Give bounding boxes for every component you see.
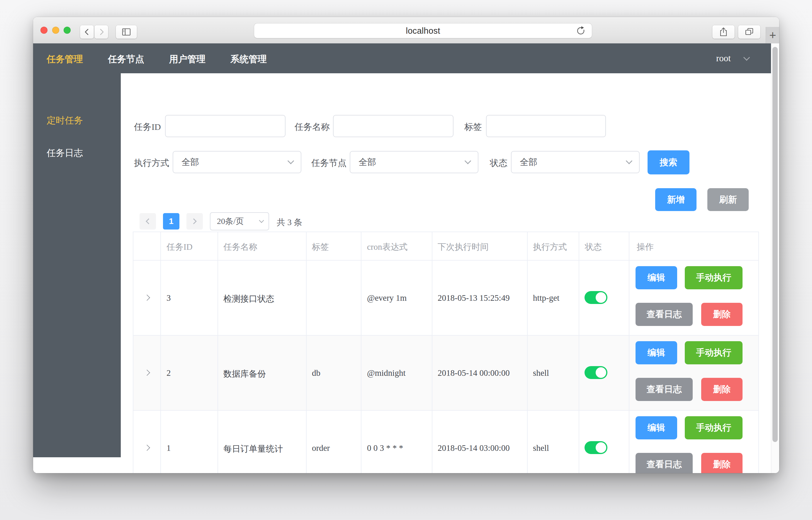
page-size-value: 20条/页 — [217, 216, 244, 227]
view-log-button[interactable]: 查看日志 — [635, 303, 693, 326]
refresh-button[interactable]: 刷新 — [707, 188, 749, 211]
delete-button[interactable]: 删除 — [701, 453, 742, 473]
url-text: localhost — [406, 26, 440, 36]
delete-button[interactable]: 删除 — [701, 303, 742, 326]
status-toggle[interactable] — [584, 291, 607, 304]
toggle-knob — [596, 367, 606, 378]
prev-page-button[interactable] — [139, 213, 156, 230]
edit-button[interactable]: 编辑 — [635, 416, 677, 439]
run-button[interactable]: 手动执行 — [685, 416, 742, 439]
table-line — [527, 232, 528, 473]
reload-button[interactable] — [576, 26, 586, 37]
status-select-value: 全部 — [520, 156, 537, 168]
cell-next-time: 2018-05-13 15:25:49 — [438, 293, 510, 303]
minimize-window-button[interactable] — [52, 27, 59, 34]
page-number-button[interactable]: 1 — [163, 213, 179, 230]
cell-task-name: 检测接口状态 — [224, 293, 274, 305]
cell-next-time: 2018-05-14 00:00:00 — [438, 368, 510, 378]
address-bar[interactable]: localhost — [254, 23, 592, 38]
edit-button[interactable]: 编辑 — [635, 266, 677, 289]
nav-item-task-nodes[interactable]: 任务节点 — [108, 53, 144, 63]
table-line — [133, 260, 759, 261]
cell-task-id: 3 — [166, 293, 171, 303]
nav-item-system-management[interactable]: 系统管理 — [230, 53, 267, 63]
chevron-right-icon — [98, 28, 105, 36]
chevron-down-icon — [626, 158, 633, 164]
table-line — [306, 232, 307, 473]
chevron-down-icon — [288, 158, 294, 164]
view-log-button[interactable]: 查看日志 — [635, 453, 693, 473]
sidebar-item-scheduled-tasks[interactable]: 定时任务 — [47, 114, 83, 125]
zoom-window-button[interactable] — [63, 27, 71, 34]
scrollbar-thumb[interactable] — [772, 47, 778, 442]
cell-cron: 0 0 3 * * * — [367, 443, 403, 453]
share-button[interactable] — [712, 25, 735, 39]
scrollbar-track[interactable] — [771, 43, 779, 473]
table-line — [432, 232, 433, 473]
user-menu[interactable]: root — [716, 53, 749, 63]
cell-task-id: 1 — [166, 443, 171, 453]
header-protocol: 执行方式 — [533, 241, 567, 253]
header-task-name: 任务名称 — [224, 241, 257, 253]
cell-next-time: 2018-05-14 03:00:00 — [438, 443, 510, 453]
table-line — [629, 232, 629, 473]
search-button[interactable]: 搜索 — [648, 150, 689, 175]
task-id-input[interactable] — [165, 115, 286, 137]
sidebar-toggle-button[interactable] — [116, 25, 137, 39]
status-select[interactable]: 全部 — [511, 151, 639, 173]
tasks-table: 任务ID 任务名称 标签 cron表达式 下次执行时间 执行方式 状态 操作 3… — [133, 232, 759, 473]
nav-item-user-management[interactable]: 用户管理 — [169, 53, 206, 63]
edit-button[interactable]: 编辑 — [635, 341, 677, 364]
node-select[interactable]: 全部 — [350, 151, 478, 173]
tag-input[interactable] — [486, 115, 606, 137]
table-line — [133, 335, 759, 336]
forward-button[interactable] — [95, 25, 108, 39]
side-menu: 定时任务 任务日志 — [33, 73, 121, 457]
sidebar-icon — [121, 28, 131, 36]
chevron-left-icon — [146, 218, 152, 224]
chevron-right-icon — [191, 218, 197, 224]
top-navigation: 任务管理 任务节点 用户管理 系统管理 root — [33, 43, 771, 73]
protocol-select[interactable]: 全部 — [173, 151, 302, 173]
page-size-select[interactable]: 20条/页 — [210, 212, 269, 230]
toggle-knob — [596, 292, 606, 303]
table-line — [133, 410, 759, 411]
cell-task-name: 每日订单量统计 — [224, 443, 283, 455]
run-button[interactable]: 手动执行 — [685, 266, 742, 289]
reload-icon — [576, 26, 586, 36]
close-window-button[interactable] — [41, 27, 48, 34]
table-line — [217, 232, 218, 473]
back-button[interactable] — [80, 25, 94, 39]
expand-row-icon[interactable] — [144, 445, 150, 451]
nav-item-task-management[interactable]: 任务管理 — [47, 53, 83, 63]
add-button[interactable]: 新增 — [655, 188, 697, 211]
view-log-button[interactable]: 查看日志 — [635, 378, 693, 401]
status-toggle[interactable] — [584, 366, 607, 379]
sidebar-item-task-logs[interactable]: 任务日志 — [47, 147, 83, 157]
table-border — [133, 232, 759, 232]
next-page-button[interactable] — [186, 213, 203, 230]
header-tag: 标签 — [312, 241, 329, 253]
cell-cron: @midnight — [367, 368, 405, 378]
chevron-down-icon — [259, 218, 264, 223]
task-name-label: 任务名称 — [295, 121, 330, 133]
expand-row-icon[interactable] — [144, 294, 150, 301]
tag-label: 标签 — [464, 121, 482, 133]
browser-toolbar: localhost + — [33, 17, 779, 44]
new-tab-button[interactable]: + — [766, 27, 779, 43]
table-border — [133, 232, 133, 473]
cell-tag: db — [312, 368, 320, 378]
node-select-value: 全部 — [359, 156, 376, 168]
status-toggle[interactable] — [584, 441, 607, 454]
header-actions: 操作 — [637, 241, 654, 253]
app-page: 任务管理 任务节点 用户管理 系统管理 root 定时任务 任务日志 任务ID … — [33, 43, 771, 473]
delete-button[interactable]: 删除 — [701, 378, 742, 401]
table-line — [361, 232, 362, 473]
tab-overview-button[interactable] — [738, 25, 760, 39]
total-count: 共 3 条 — [277, 217, 302, 228]
cell-cron: @every 1m — [367, 293, 407, 303]
chevron-down-icon — [465, 158, 471, 164]
run-button[interactable]: 手动执行 — [685, 341, 742, 364]
header-task-id: 任务ID — [166, 241, 192, 253]
task-name-input[interactable] — [333, 115, 453, 137]
